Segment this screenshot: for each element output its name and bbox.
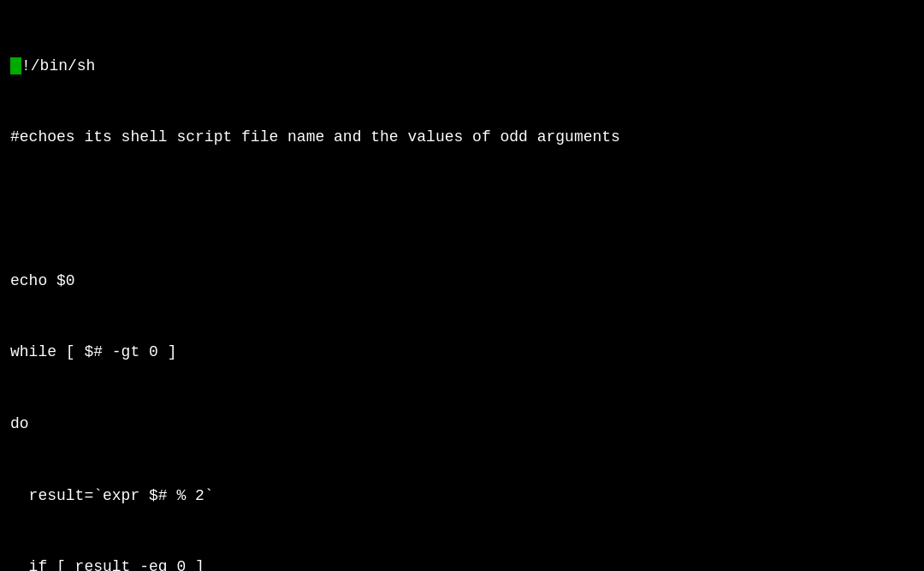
- shebang-text: !/bin/sh: [21, 55, 95, 79]
- if-line: if [ result -eq 0 ]: [10, 556, 914, 571]
- cursor: [10, 57, 21, 74]
- terminal-window[interactable]: !/bin/sh #echoes its shell script file n…: [0, 0, 924, 571]
- comment-line: #echoes its shell script file name and t…: [10, 126, 914, 150]
- echo-line: echo $0: [10, 270, 914, 294]
- code-content: !/bin/sh #echoes its shell script file n…: [10, 7, 914, 571]
- shebang-line: !/bin/sh: [10, 55, 914, 79]
- do-line: do: [10, 413, 914, 437]
- result-line: result=`expr $# % 2`: [10, 485, 914, 509]
- while-line: while [ $# -gt 0 ]: [10, 341, 914, 365]
- blank-line-1: [10, 198, 914, 222]
